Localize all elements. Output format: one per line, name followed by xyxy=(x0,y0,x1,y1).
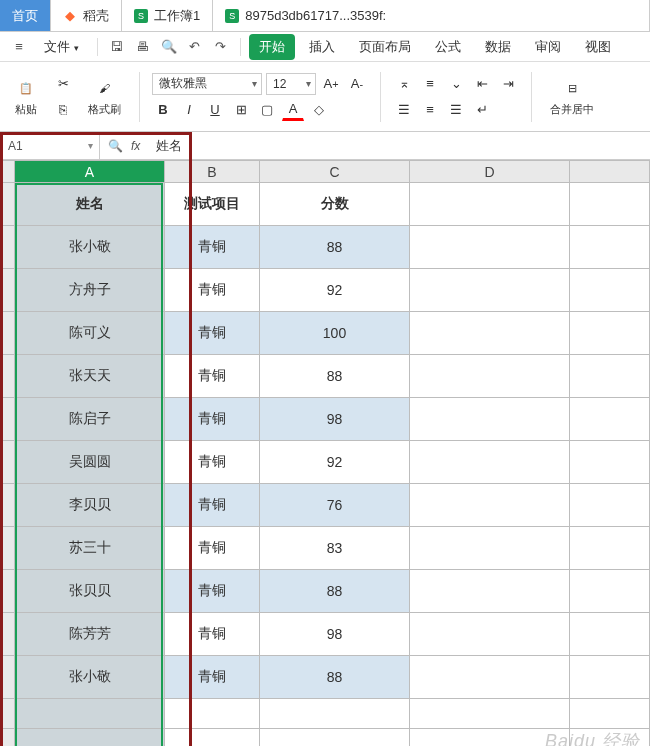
cell[interactable]: 青铜 xyxy=(165,613,260,656)
cell[interactable] xyxy=(410,226,570,269)
row-header[interactable] xyxy=(1,729,15,747)
row-header[interactable] xyxy=(1,699,15,729)
cancel-icon[interactable]: 🔍 xyxy=(108,139,123,153)
col-header-d[interactable]: D xyxy=(410,161,570,183)
row-header[interactable] xyxy=(1,484,15,527)
cell[interactable]: 方舟子 xyxy=(15,269,165,312)
bold-button[interactable]: B xyxy=(152,99,174,121)
fx-icon[interactable]: fx xyxy=(131,139,140,153)
cell[interactable]: 姓名 xyxy=(15,183,165,226)
border-button[interactable]: ⊞ xyxy=(230,99,252,121)
font-color-button[interactable]: A xyxy=(282,99,304,121)
cell[interactable]: 陈启子 xyxy=(15,398,165,441)
cell[interactable] xyxy=(410,729,570,747)
cell[interactable] xyxy=(410,699,570,729)
cell[interactable]: 分数 xyxy=(260,183,410,226)
cell[interactable] xyxy=(570,484,650,527)
tab-file[interactable]: S 8975d3db61717...3539f: xyxy=(213,0,650,31)
redo-icon[interactable]: ↷ xyxy=(210,36,232,58)
clear-format-button[interactable]: ◇ xyxy=(308,99,330,121)
cell[interactable]: 青铜 xyxy=(165,269,260,312)
cell[interactable] xyxy=(410,398,570,441)
cell[interactable]: 张小敬 xyxy=(15,226,165,269)
cell[interactable] xyxy=(570,699,650,729)
align-bottom-icon[interactable]: ⌄ xyxy=(445,73,467,95)
menu-page-layout[interactable]: 页面布局 xyxy=(349,34,421,60)
cell[interactable]: 吴圆圆 xyxy=(15,441,165,484)
cell[interactable] xyxy=(570,729,650,747)
cell[interactable] xyxy=(570,226,650,269)
cell[interactable]: 92 xyxy=(260,441,410,484)
cell[interactable]: 100 xyxy=(260,312,410,355)
cell[interactable] xyxy=(15,699,165,729)
menu-data[interactable]: 数据 xyxy=(475,34,521,60)
formula-input[interactable]: 姓名 xyxy=(148,137,650,155)
cell[interactable] xyxy=(15,729,165,747)
row-header[interactable] xyxy=(1,183,15,226)
cut-icon[interactable]: ✂ xyxy=(52,73,74,95)
col-header-a[interactable]: A xyxy=(15,161,165,183)
cell[interactable]: 青铜 xyxy=(165,656,260,699)
cell[interactable] xyxy=(570,441,650,484)
save-icon[interactable]: 🖫 xyxy=(106,36,128,58)
cell[interactable]: 青铜 xyxy=(165,226,260,269)
align-right-icon[interactable]: ☰ xyxy=(445,99,467,121)
cell[interactable] xyxy=(260,729,410,747)
select-all-corner[interactable] xyxy=(1,161,15,183)
cell[interactable]: 青铜 xyxy=(165,398,260,441)
align-top-icon[interactable]: ⌅ xyxy=(393,73,415,95)
file-menu[interactable]: 文件 ▾ xyxy=(34,34,89,60)
tab-docer[interactable]: ◆ 稻壳 xyxy=(51,0,122,31)
wrap-text-icon[interactable]: ↵ xyxy=(471,99,493,121)
italic-button[interactable]: I xyxy=(178,99,200,121)
copy-icon[interactable]: ⎘ xyxy=(52,99,74,121)
cell[interactable]: 张小敬 xyxy=(15,656,165,699)
menu-formula[interactable]: 公式 xyxy=(425,34,471,60)
font-size-select[interactable]: 12 xyxy=(266,73,316,95)
cell[interactable] xyxy=(570,613,650,656)
cell[interactable] xyxy=(570,656,650,699)
row-header[interactable] xyxy=(1,355,15,398)
cell[interactable]: 76 xyxy=(260,484,410,527)
cell[interactable]: 张天天 xyxy=(15,355,165,398)
cell[interactable] xyxy=(260,699,410,729)
row-header[interactable] xyxy=(1,570,15,613)
cell[interactable]: 98 xyxy=(260,398,410,441)
cell[interactable]: 88 xyxy=(260,355,410,398)
cell[interactable]: 陈芳芳 xyxy=(15,613,165,656)
cell[interactable] xyxy=(410,269,570,312)
row-header[interactable] xyxy=(1,312,15,355)
paste-button[interactable]: 📋 粘贴 xyxy=(8,72,44,121)
preview-icon[interactable]: 🔍 xyxy=(158,36,180,58)
indent-left-icon[interactable]: ⇤ xyxy=(471,73,493,95)
align-left-icon[interactable]: ☰ xyxy=(393,99,415,121)
name-box[interactable]: A1 xyxy=(0,132,100,159)
cell[interactable] xyxy=(570,398,650,441)
cell[interactable]: 陈可义 xyxy=(15,312,165,355)
decrease-font-icon[interactable]: A- xyxy=(346,73,368,95)
cell[interactable] xyxy=(410,312,570,355)
cell[interactable]: 83 xyxy=(260,527,410,570)
cell[interactable]: 苏三十 xyxy=(15,527,165,570)
cell[interactable]: 测试项目 xyxy=(165,183,260,226)
cell[interactable]: 92 xyxy=(260,269,410,312)
row-header[interactable] xyxy=(1,441,15,484)
row-header[interactable] xyxy=(1,269,15,312)
print-icon[interactable]: 🖶 xyxy=(132,36,154,58)
cell[interactable] xyxy=(410,527,570,570)
cell[interactable] xyxy=(410,613,570,656)
cell[interactable]: 青铜 xyxy=(165,527,260,570)
spreadsheet[interactable]: A B C D 姓名 测试项目 分数 张小敬青铜88方舟子青铜92陈可义青铜10… xyxy=(0,160,650,746)
cell[interactable]: 青铜 xyxy=(165,441,260,484)
cell[interactable] xyxy=(570,355,650,398)
cell[interactable] xyxy=(410,183,570,226)
cell[interactable]: 98 xyxy=(260,613,410,656)
cell[interactable]: 青铜 xyxy=(165,312,260,355)
indent-right-icon[interactable]: ⇥ xyxy=(497,73,519,95)
row-header[interactable] xyxy=(1,398,15,441)
cell[interactable]: 青铜 xyxy=(165,484,260,527)
row-header[interactable] xyxy=(1,226,15,269)
cell[interactable]: 88 xyxy=(260,570,410,613)
row-header[interactable] xyxy=(1,613,15,656)
cell[interactable] xyxy=(165,699,260,729)
